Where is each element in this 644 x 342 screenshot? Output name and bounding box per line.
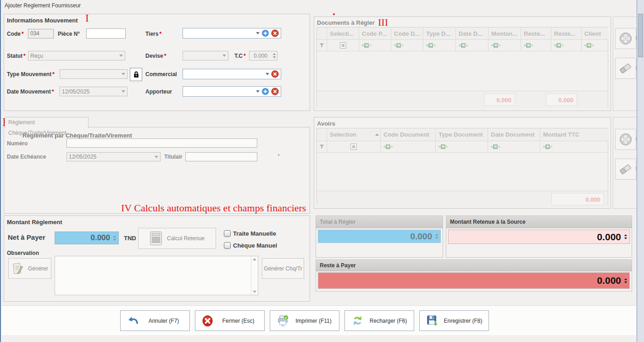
recharger-button[interactable]: Recharger (F6) xyxy=(344,310,414,331)
filter-funnel-icon[interactable] xyxy=(319,43,324,48)
date-echeance-label: Date Echéance xyxy=(7,154,46,160)
clear-commercial-icon[interactable] xyxy=(271,70,279,78)
clear-apporteur-icon[interactable] xyxy=(271,88,279,95)
filter-cell[interactable]: aBc xyxy=(582,39,609,51)
column-header-selection[interactable]: Selection xyxy=(327,128,381,141)
total-a-regler-header: Total à Régler xyxy=(316,216,443,228)
observation-textarea[interactable] xyxy=(55,256,258,295)
date-echeance-picker[interactable]: 12/05/2025 xyxy=(67,152,161,161)
column-header-client[interactable]: Client xyxy=(582,28,609,39)
filter-cell[interactable]: aBc xyxy=(551,39,582,51)
column-header-montant-ttc[interactable]: Montant TTC xyxy=(540,128,609,141)
generer-button[interactable]: Générer xyxy=(8,258,51,279)
calcul-retenue-button[interactable]: Calcul Retenue xyxy=(138,228,216,249)
date-mouvement-label: Date Mouvement* xyxy=(7,88,54,95)
documents-add-button[interactable] xyxy=(615,28,636,49)
add-tiers-icon[interactable] xyxy=(261,29,269,37)
statut-combobox[interactable]: Reçu xyxy=(28,51,125,61)
avoirs-add-button[interactable] xyxy=(615,129,636,150)
total-a-regler-panel: Total à Régler 0.000 xyxy=(316,215,443,258)
checkbox-indeterminate-icon[interactable] xyxy=(350,143,357,150)
checkbox-indeterminate-icon[interactable] xyxy=(340,42,346,49)
imprimer-button[interactable]: Imprimer (F11) xyxy=(270,310,339,331)
spin-arrows-icon[interactable] xyxy=(112,236,117,241)
column-header-selection[interactable]: Selecti... xyxy=(327,28,359,39)
clear-tiers-icon[interactable] xyxy=(271,29,279,37)
filter-cell[interactable]: aBc xyxy=(359,39,391,51)
tab-reglement-cheque-traite-virement[interactable]: Règlement Chèque/Traite/Virement xyxy=(5,117,89,128)
tiers-combobox[interactable] xyxy=(183,28,281,39)
column-header-code-piece[interactable]: Code P... xyxy=(359,28,391,39)
filter-cell[interactable]: aBc xyxy=(456,39,489,51)
filter-cell[interactable]: aBc xyxy=(488,141,540,152)
textarea-scrollbar[interactable] xyxy=(251,256,258,295)
cheque-manuel-checkbox[interactable] xyxy=(224,242,231,249)
filter-cell[interactable]: aBc xyxy=(391,39,423,51)
type-mouvement-combobox[interactable] xyxy=(60,69,128,79)
filter-cell[interactable]: aBc xyxy=(521,39,551,51)
total-a-regler-field[interactable]: 0.000 xyxy=(318,230,441,243)
filter-cell-selection[interactable] xyxy=(327,141,381,152)
column-header-type-document[interactable]: Type Document xyxy=(436,128,488,141)
column-header-date-document[interactable]: Date D... xyxy=(456,28,489,39)
filter-cell[interactable]: aBc xyxy=(489,39,521,51)
spin-arrows-icon[interactable] xyxy=(272,53,277,58)
scrollbar-thumb[interactable] xyxy=(638,14,643,57)
devise-combobox[interactable] xyxy=(183,51,228,61)
fermer-button[interactable]: Fermer (Esc) xyxy=(195,310,265,331)
filter-cell[interactable]: aBc xyxy=(436,141,488,152)
chevron-down-icon[interactable] xyxy=(119,55,123,57)
chevron-down-icon[interactable] xyxy=(122,90,125,93)
add-apporteur-icon[interactable] xyxy=(261,88,269,95)
spin-arrows-icon[interactable] xyxy=(623,234,628,239)
apporteur-combobox[interactable] xyxy=(183,86,281,97)
sort-asc-icon xyxy=(375,133,379,136)
chevron-down-icon[interactable] xyxy=(222,55,226,57)
montant-retenue-field[interactable]: 0.000 xyxy=(448,230,630,244)
avoirs-grid-filter-row: aBc aBc aBc aBc xyxy=(317,141,608,152)
filter-cell[interactable]: aBc xyxy=(540,141,609,152)
chevron-down-icon[interactable] xyxy=(256,90,260,93)
column-header-reste-1[interactable]: Reste... xyxy=(521,28,551,39)
avoirs-clear-button[interactable] xyxy=(615,159,636,180)
chevron-down-icon[interactable] xyxy=(155,156,158,158)
chevron-down-icon[interactable] xyxy=(256,32,260,34)
filter-cell-selection[interactable] xyxy=(327,39,359,51)
numero-field[interactable] xyxy=(67,138,257,148)
column-header-reste-2[interactable]: Reste... xyxy=(551,28,582,39)
traite-manuelle-checkbox[interactable] xyxy=(224,230,231,237)
lock-button[interactable] xyxy=(130,68,142,81)
documents-clear-button[interactable] xyxy=(615,58,636,79)
column-header-code-document[interactable]: Code Document xyxy=(381,128,436,141)
filter-funnel-icon[interactable] xyxy=(319,144,324,149)
annuler-button[interactable]: Annuler (F7) xyxy=(120,310,190,331)
avoirs-grid: Selection Code Document Type Document Da… xyxy=(316,128,608,206)
tc-spinner[interactable]: 0.000 xyxy=(249,51,278,61)
column-header-date-document[interactable]: Date Document xyxy=(488,128,540,141)
scroll-down-icon[interactable] xyxy=(253,291,256,293)
date-mouvement-picker[interactable]: 12/05/2025 xyxy=(60,87,128,96)
generer-chq-tr-button[interactable]: Générer Chq/Tr xyxy=(262,258,304,279)
titulaire-field[interactable] xyxy=(185,152,257,161)
footer-button-bar: Annuler (F7) Fermer (Esc) Imprimer (F11) xyxy=(1,305,636,335)
column-header-type-document[interactable]: Type D... xyxy=(423,28,456,39)
montant-retenue-header: Montant Retenue à la Source xyxy=(446,216,632,228)
vertical-scrollbar[interactable] xyxy=(637,0,644,342)
spin-arrows-icon[interactable] xyxy=(434,234,439,239)
piece-field[interactable] xyxy=(86,28,126,39)
scroll-up-icon[interactable] xyxy=(253,258,256,260)
column-header-montant[interactable]: Montan... xyxy=(489,28,521,39)
chevron-down-icon[interactable] xyxy=(122,73,125,75)
abc-filter-icon: aBc xyxy=(554,43,564,48)
spin-arrows-icon[interactable] xyxy=(623,278,628,283)
informations-mouvement-section: Informations Mouvement Code* 034 Pièce N… xyxy=(4,14,310,111)
filter-cell[interactable]: aBc xyxy=(423,39,456,51)
reste-a-payer-field[interactable]: 0.000 xyxy=(318,272,630,289)
filter-cell[interactable]: aBc xyxy=(381,141,436,152)
enregistrer-button[interactable]: Enregistrer (F8) xyxy=(419,310,489,331)
commercial-combobox[interactable] xyxy=(183,69,281,79)
net-a-payer-field[interactable]: 0.000 xyxy=(55,232,119,244)
code-field[interactable]: 034 xyxy=(28,29,54,39)
chevron-down-icon[interactable] xyxy=(266,73,269,75)
column-header-code-document[interactable]: Code D... xyxy=(391,28,423,39)
